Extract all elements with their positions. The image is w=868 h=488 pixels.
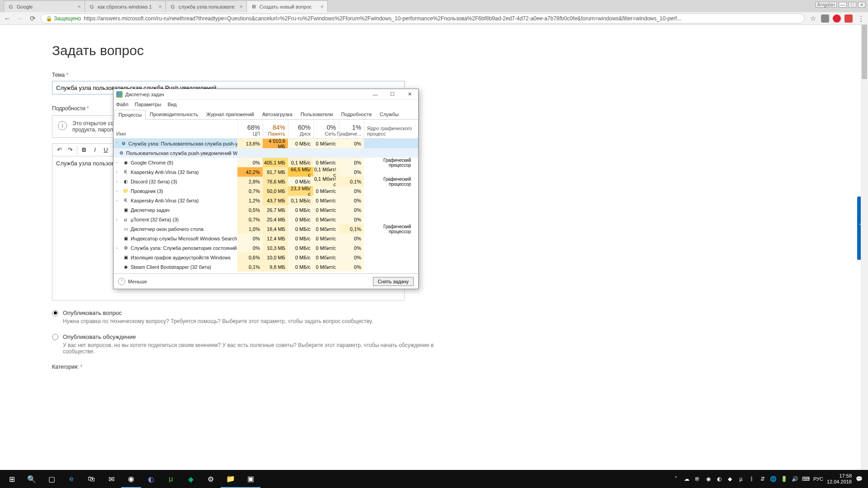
discord-icon[interactable]: ◐: [141, 470, 161, 488]
browser-tab[interactable]: Gслужба узла пользовате×: [165, 0, 247, 12]
clock[interactable]: 17:58 12.04.2018: [827, 473, 852, 485]
process-row[interactable]: ›KKaspersky Anti-Virus (32 бита)42,2%91,…: [113, 167, 418, 177]
utorrent-icon[interactable]: µ: [161, 470, 181, 488]
process-row[interactable]: ›◐Discord (32 бита) (3)2,8%78,6 МБ0 МБ/с…: [113, 177, 418, 186]
tm-maximize[interactable]: ☐: [384, 89, 401, 100]
col-network-header[interactable]: 0%Сеть: [313, 120, 339, 138]
tm-tab[interactable]: Пользователи: [297, 109, 337, 119]
tray-discord-icon[interactable]: ◐: [716, 475, 723, 483]
tray-up-icon[interactable]: ˄: [672, 475, 679, 483]
tray-onedrive-icon[interactable]: ☁: [683, 475, 690, 483]
close-tab-icon[interactable]: ×: [320, 3, 324, 10]
process-row[interactable]: ◉Steam Client Bootstrapper (32 бита)0,1%…: [113, 262, 418, 272]
radio-discussion[interactable]: [52, 334, 58, 340]
process-row[interactable]: ›µµTorrent (32 бита) (3)0,7%20,4 МБ0 МБ/…: [113, 215, 418, 224]
process-row[interactable]: ▣Диспетчер задач0,5%26,7 МБ0 МБ/с0 Мбит/…: [113, 205, 418, 215]
store-icon[interactable]: 🛍: [81, 470, 101, 488]
process-row[interactable]: ▣Индексатор службы Microsoft Windows Sea…: [113, 234, 418, 243]
tray-battery-icon[interactable]: 🔋: [781, 475, 788, 483]
process-row[interactable]: ▭Диспетчер окон рабочего стола1,0%18,4 М…: [113, 224, 418, 234]
col-memory-header[interactable]: 84%Память: [263, 120, 288, 138]
end-task-button[interactable]: Снять задачу: [373, 277, 414, 286]
tray-usb-icon[interactable]: ⇵: [759, 475, 766, 483]
process-row[interactable]: ˅⚙Служба узла: Пользовательская служба p…: [113, 139, 418, 148]
search-icon[interactable]: 🔍: [22, 470, 42, 488]
browser-tab[interactable]: Gкак сбросить windows 1×: [85, 0, 166, 12]
tm-rows[interactable]: ˅⚙Служба узла: Пользовательская служба p…: [113, 139, 418, 273]
radio-question-row[interactable]: Опубликовать вопрос: [52, 310, 459, 316]
tm-tab[interactable]: Автозагрузка: [258, 109, 297, 119]
start-button[interactable]: ⊞: [2, 470, 22, 488]
expand-icon[interactable]: ›: [116, 217, 121, 222]
kaspersky-icon[interactable]: ◆: [181, 470, 201, 488]
tray-kaspersky-icon[interactable]: ◆: [726, 475, 734, 483]
process-row[interactable]: ›◉Google Chrome (9)0%405,1 МБ0,1 МБ/с0 М…: [113, 158, 418, 167]
tm-titlebar[interactable]: Диспетчер задач — ☐ ✕: [113, 89, 418, 100]
process-row[interactable]: ▣Изоляция графов аудиоустройств Windows0…: [113, 253, 418, 262]
tray-utorrent-icon[interactable]: µ: [737, 475, 745, 483]
tm-menu-item[interactable]: Файл: [116, 102, 128, 107]
redo-button[interactable]: ↷: [65, 145, 75, 155]
col-cpu-header[interactable]: 68%ЦП: [237, 120, 263, 138]
tm-tab[interactable]: Службы: [376, 109, 403, 119]
chrome-icon[interactable]: ◉: [121, 470, 141, 488]
col-name-header[interactable]: Имя: [113, 120, 237, 138]
expand-icon[interactable]: ›: [116, 198, 121, 203]
extension-icon[interactable]: [821, 14, 829, 23]
window-maximize[interactable]: ☐: [849, 2, 856, 8]
menu-icon[interactable]: ⋮: [856, 14, 865, 23]
italic-button[interactable]: I: [90, 145, 100, 155]
tray-steam-icon[interactable]: ◉: [705, 475, 712, 483]
close-tab-icon[interactable]: ×: [158, 3, 162, 10]
explorer-icon[interactable]: 📁: [221, 470, 241, 488]
tray-defender-icon[interactable]: ⛨: [694, 475, 701, 483]
tray-language[interactable]: РУС: [813, 476, 823, 482]
process-row[interactable]: ⚙Пользовательская служба push-уведомлени…: [113, 148, 418, 158]
undo-button[interactable]: ↶: [54, 145, 64, 155]
browser-tab[interactable]: ⊞Создать новый вопрос×: [246, 0, 328, 12]
tm-tab[interactable]: Журнал приложений: [202, 109, 258, 119]
expand-icon[interactable]: ›: [116, 189, 121, 193]
address-bar[interactable]: 🔒 Защищено https://answers.microsoft.com…: [41, 14, 805, 23]
settings-icon[interactable]: ⚙: [201, 470, 221, 488]
close-tab-icon[interactable]: ×: [239, 3, 243, 10]
tm-minimize[interactable]: —: [367, 89, 384, 100]
forward-button[interactable]: →: [15, 14, 24, 23]
expand-icon[interactable]: ›: [116, 179, 121, 184]
star-icon[interactable]: ☆: [808, 14, 817, 23]
action-center-icon[interactable]: 💬: [855, 475, 863, 483]
col-gpu-header[interactable]: 1%Графиче...: [339, 120, 364, 138]
window-close[interactable]: ✕: [858, 2, 865, 8]
tm-menu-item[interactable]: Вид: [168, 102, 177, 107]
task-view-icon[interactable]: ▢: [42, 470, 61, 488]
taskmgr-icon[interactable]: ▣: [241, 470, 260, 488]
browser-tab[interactable]: GGoogle×: [4, 0, 85, 12]
radio-question[interactable]: [52, 310, 58, 316]
expand-icon[interactable]: ›: [116, 160, 121, 165]
fewer-details-button[interactable]: ˄Меньше: [118, 278, 147, 285]
col-disk-header[interactable]: 60%Диск: [288, 120, 313, 138]
extension-icon-2[interactable]: [844, 14, 853, 23]
bold-button[interactable]: B: [79, 145, 89, 155]
tray-bluetooth-icon[interactable]: ᛒ: [748, 475, 755, 483]
tray-volume-icon[interactable]: 🔊: [792, 475, 799, 483]
expand-icon[interactable]: ›: [116, 170, 121, 174]
expand-icon[interactable]: ˅: [116, 141, 118, 146]
page-scrollbar[interactable]: [861, 25, 868, 470]
process-row[interactable]: ›⚙Служба узла: Служба репозитория состоя…: [113, 243, 418, 253]
tm-close[interactable]: ✕: [401, 89, 418, 100]
process-row[interactable]: ›📁Проводник (3)0,7%50,0 МБ23,3 МБ/с0 Мби…: [113, 186, 418, 196]
tm-tab[interactable]: Процессы: [114, 110, 146, 120]
col-gpu-engine-header[interactable]: Ядро графического процесс: [364, 120, 417, 138]
mail-icon[interactable]: ✉: [101, 470, 121, 488]
edge-icon[interactable]: e: [61, 470, 81, 488]
process-row[interactable]: ›KKaspersky Anti-Virus (32 бита)1,2%43,7…: [113, 196, 418, 205]
reload-button[interactable]: ⟳: [28, 14, 37, 23]
underline-button[interactable]: U: [101, 145, 111, 155]
window-minimize[interactable]: —: [839, 2, 847, 8]
tray-keyboard-icon[interactable]: ⌨: [802, 475, 810, 483]
tray-network-icon[interactable]: 🌐: [770, 475, 777, 483]
radio-discussion-row[interactable]: Опубликовать обсуждение: [52, 333, 459, 340]
close-tab-icon[interactable]: ×: [77, 3, 81, 10]
tm-menu-item[interactable]: Параметры: [135, 102, 161, 107]
